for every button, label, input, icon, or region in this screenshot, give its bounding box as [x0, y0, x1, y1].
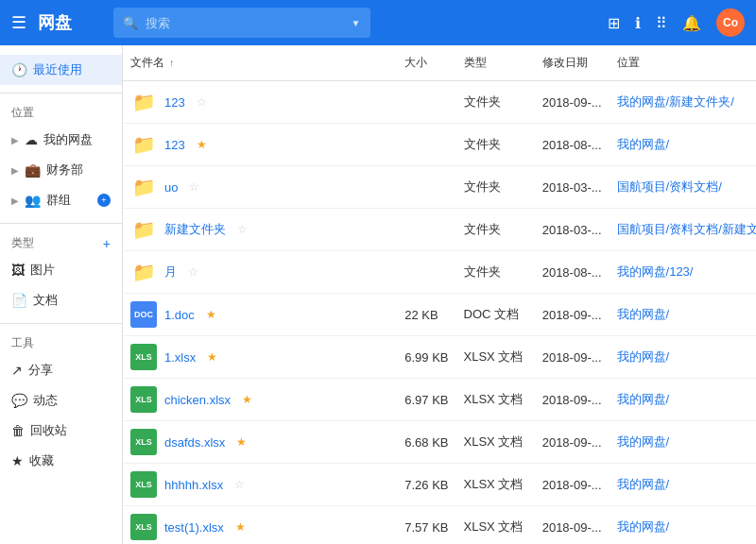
mycloud-icon: ☁	[25, 132, 38, 147]
file-location-link[interactable]: 我的网盘/	[617, 349, 670, 364]
file-name-link[interactable]: dsafds.xlsx	[164, 435, 225, 450]
bell-icon[interactable]: 🔔	[682, 14, 701, 32]
file-location-link[interactable]: 我的网盘/123/	[617, 264, 694, 279]
file-name-cell: XLS 1.xlsx ★	[123, 336, 397, 379]
file-date: 2018-08-...	[535, 124, 610, 166]
col-location-header[interactable]: 位置	[610, 45, 756, 81]
header-actions: ⊞ ℹ ⠿ 🔔 Co	[608, 8, 745, 37]
groups-icon: 👥	[25, 193, 41, 208]
tools-section-header: 工具	[0, 332, 122, 355]
tools-title: 工具	[11, 335, 34, 351]
file-location-link[interactable]: 国航项目/资料文档/新建文件夹/	[617, 222, 756, 236]
finance-label: 财务部	[46, 162, 111, 178]
sidebar-item-groups[interactable]: ▶ 👥 群组 +	[0, 185, 122, 215]
table-row: 📁 新建文件夹 ☆ 文件夹 2018-03-... 国航项目/资料文档/新建文件…	[123, 209, 756, 251]
file-size: 7.57 KB	[397, 506, 455, 545]
file-location-link[interactable]: 我的网盘/	[617, 307, 670, 321]
sidebar-item-activity[interactable]: 💬 动态	[0, 385, 122, 416]
file-name-link[interactable]: 月	[164, 264, 177, 280]
col-size-header[interactable]: 大小	[397, 45, 455, 81]
app-header: ☰ 网盘 🔍 ▼ ⊞ ℹ ⠿ 🔔 Co	[0, 0, 756, 45]
col-name-header[interactable]: 文件名 ↑	[123, 45, 397, 81]
file-name-link[interactable]: test(1).xlsx	[164, 520, 224, 535]
star-icon[interactable]: ☆	[234, 478, 245, 491]
star-icon[interactable]: ★	[207, 350, 217, 364]
file-date: 2018-09-...	[535, 294, 610, 336]
file-location-link[interactable]: 我的网盘/新建文件夹/	[617, 94, 734, 109]
file-location-link[interactable]: 国航项目/资料文档/	[617, 179, 722, 194]
file-type: XLSX 文档	[456, 379, 535, 421]
star-icon[interactable]: ★	[197, 138, 207, 151]
sidebar: 🕐 最近使用 位置 ▶ ☁ 我的网盘 ▶ 💼 财务部 ▶ 👥 群组 + 类型 +	[0, 45, 123, 544]
file-name-link[interactable]: 1.xlsx	[164, 350, 196, 365]
search-icon: 🔍	[123, 16, 138, 30]
doc-type-icon: XLS	[130, 514, 157, 540]
sidebar-item-docs[interactable]: 📄 文档	[0, 285, 122, 315]
search-input[interactable]	[146, 16, 352, 30]
file-location: 我的网盘/	[610, 379, 756, 421]
sidebar-item-favorites[interactable]: ★ 收藏	[0, 446, 122, 476]
star-icon[interactable]: ★	[236, 435, 247, 449]
file-name-link[interactable]: chicken.xlsx	[164, 393, 231, 407]
sidebar-item-images[interactable]: 🖼 图片	[0, 255, 122, 285]
file-name-link[interactable]: uo	[164, 180, 178, 195]
file-location-link[interactable]: 我的网盘/	[617, 519, 670, 534]
file-size: 22 KB	[397, 294, 455, 336]
file-location: 国航项目/资料文档/	[610, 166, 756, 209]
file-location: 我的网盘/	[610, 336, 756, 379]
file-location: 我的网盘/	[610, 506, 756, 545]
doc-type-icon: DOC	[130, 301, 157, 328]
doc-type-icon: XLS	[130, 344, 157, 370]
file-location-link[interactable]: 我的网盘/	[617, 137, 670, 151]
sidebar-item-share[interactable]: ↗ 分享	[0, 355, 122, 385]
types-add-button[interactable]: +	[103, 236, 111, 251]
file-size	[397, 81, 455, 124]
sidebar-divider-3	[0, 323, 122, 324]
file-location-link[interactable]: 我的网盘/	[617, 434, 670, 449]
file-table-body: 📁 123 ☆ 文件夹 2018-09-... 我的网盘/新建文件夹/ 📁 12…	[123, 81, 756, 545]
file-location-link[interactable]: 我的网盘/	[617, 392, 670, 406]
sidebar-divider-2	[0, 223, 122, 224]
table-row: 📁 123 ★ 文件夹 2018-08-... 我的网盘/	[123, 124, 756, 166]
groups-arrow-icon: ▶	[11, 196, 19, 206]
table-row: XLS test(1).xlsx ★ 7.57 KB XLSX 文档 2018-…	[123, 506, 756, 545]
file-name-link[interactable]: 1.doc	[164, 308, 195, 322]
trash-icon: 🗑	[11, 423, 25, 438]
sidebar-item-mycloud[interactable]: ▶ ☁ 我的网盘	[0, 125, 122, 155]
col-date-header[interactable]: 修改日期	[535, 45, 610, 81]
file-type: 文件夹	[456, 81, 535, 124]
finance-arrow-icon: ▶	[11, 165, 19, 176]
menu-icon[interactable]: ☰	[11, 12, 26, 33]
file-name-link[interactable]: 123	[164, 95, 185, 110]
file-date: 2018-09-...	[535, 379, 610, 421]
file-name-cell: XLS chicken.xlsx ★	[123, 379, 397, 421]
file-name-link[interactable]: 123	[164, 138, 185, 152]
star-icon[interactable]: ★	[235, 520, 246, 534]
star-icon[interactable]: ★	[206, 308, 216, 321]
types-section-header: 类型 +	[0, 231, 122, 255]
apps-icon[interactable]: ⠿	[656, 14, 667, 32]
star-icon[interactable]: ☆	[237, 223, 248, 236]
sidebar-item-finance[interactable]: ▶ 💼 财务部	[0, 155, 122, 185]
file-name-link[interactable]: hhhhh.xlsx	[164, 478, 223, 492]
info-icon[interactable]: ℹ	[635, 14, 641, 32]
file-name-link[interactable]: 新建文件夹	[164, 221, 226, 238]
star-icon[interactable]: ★	[242, 393, 252, 406]
file-table: 文件名 ↑ 大小 类型 修改日期 位置 📁 123 ☆ 文件夹 2018-09-…	[123, 45, 756, 544]
doc-type-icon: XLS	[130, 386, 157, 413]
star-icon[interactable]: ☆	[189, 180, 199, 194]
sidebar-item-trash[interactable]: 🗑 回收站	[0, 416, 122, 446]
star-icon[interactable]: ☆	[188, 265, 198, 279]
grid-icon[interactable]: ⊞	[608, 14, 620, 32]
file-date: 2018-09-...	[535, 421, 610, 464]
sidebar-item-recent[interactable]: 🕐 最近使用	[0, 55, 122, 85]
favorites-icon: ★	[11, 453, 24, 468]
file-location-link[interactable]: 我的网盘/	[617, 477, 670, 491]
file-table-header: 文件名 ↑ 大小 类型 修改日期 位置	[123, 45, 756, 81]
avatar[interactable]: Co	[716, 8, 745, 37]
file-type: 文件夹	[456, 124, 535, 166]
star-icon[interactable]: ☆	[197, 95, 207, 109]
search-bar: 🔍 ▼	[113, 8, 370, 38]
col-type-header[interactable]: 类型	[456, 45, 535, 81]
search-dropdown-icon[interactable]: ▼	[352, 18, 361, 28]
